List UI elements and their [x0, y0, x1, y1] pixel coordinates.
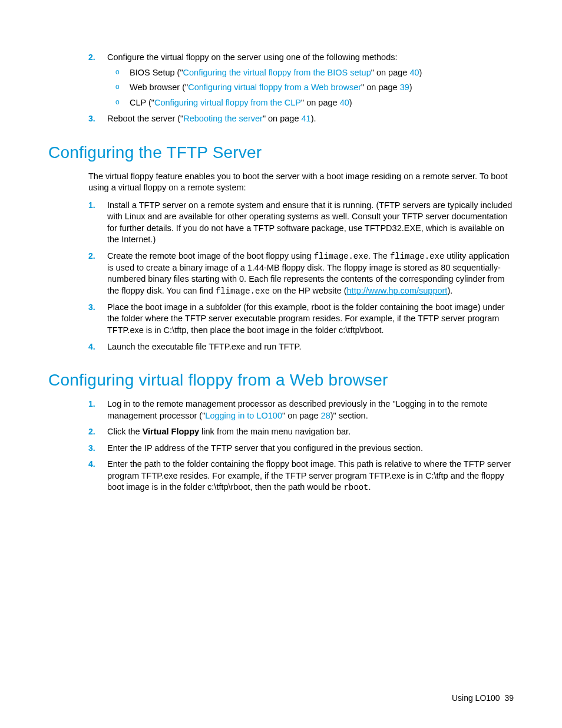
- heading-tftp: Configuring the TFTP Server: [48, 141, 514, 164]
- step-2-text: Configure the virtual floppy on the serv…: [107, 52, 397, 62]
- link-bios-setup[interactable]: Configuring the virtual floppy from the …: [183, 68, 371, 77]
- link-page-41[interactable]: 41: [302, 114, 311, 123]
- tftp-intro: The virtual floppy feature enables you t…: [48, 171, 514, 194]
- link-login-lo100[interactable]: Logging in to LO100: [205, 411, 282, 420]
- web-steps: Log in to the remote management processo…: [48, 398, 514, 493]
- code-flimage-2: flimage.exe: [390, 252, 444, 261]
- link-hp-support[interactable]: http://www.hp.com/support: [347, 286, 448, 295]
- step-2-sublist: BIOS Setup ("Configuring the virtual flo…: [107, 67, 514, 109]
- tftp-step-2: Create the remote boot image of the boot…: [48, 251, 514, 297]
- step-2: Configure the virtual floppy on the serv…: [48, 52, 514, 108]
- sub-clp: CLP ("Configuring virtual floppy from th…: [107, 97, 514, 109]
- link-page-39[interactable]: 39: [400, 83, 409, 92]
- link-reboot[interactable]: Rebooting the server: [183, 114, 263, 123]
- sub-bios: BIOS Setup ("Configuring the virtual flo…: [107, 67, 514, 79]
- code-rboot: rboot: [343, 483, 368, 492]
- sub-web: Web browser ("Configuring virtual floppy…: [107, 82, 514, 94]
- step-3: Reboot the server ("Rebooting the server…: [48, 113, 514, 125]
- link-web-browser[interactable]: Configuring virtual floppy from a Web br…: [188, 83, 361, 92]
- link-page-40a[interactable]: 40: [409, 68, 419, 77]
- code-flimage-1: flimage.exe: [314, 252, 368, 261]
- bold-virtual-floppy: Virtual Floppy: [143, 427, 199, 436]
- tftp-step-3: Place the boot image in a subfolder (for…: [48, 302, 514, 337]
- web-step-2: Click the Virtual Floppy link from the m…: [48, 426, 514, 438]
- tftp-step-1: Install a TFTP server on a remote system…: [48, 200, 514, 246]
- tftp-step-4: Launch the executable file TFTP.exe and …: [48, 341, 514, 353]
- web-step-3: Enter the IP address of the TFTP server …: [48, 443, 514, 454]
- web-step-1: Log in to the remote management processo…: [48, 398, 514, 421]
- link-page-40b[interactable]: 40: [340, 98, 349, 107]
- top-steps: Configure the virtual floppy on the serv…: [48, 52, 514, 125]
- link-page-28[interactable]: 28: [321, 411, 330, 420]
- tftp-steps: Install a TFTP server on a remote system…: [48, 200, 514, 353]
- link-clp[interactable]: Configuring virtual floppy from the CLP: [154, 98, 301, 107]
- heading-web: Configuring virtual floppy from a Web br…: [48, 369, 514, 391]
- code-flimage-3: flimage.exe: [216, 286, 270, 296]
- web-step-4: Enter the path to the folder containing …: [48, 459, 514, 493]
